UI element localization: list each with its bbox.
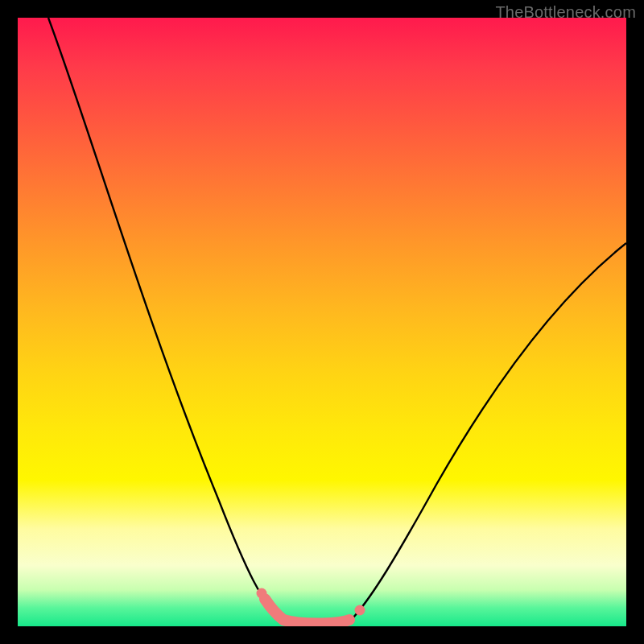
chart-plot-area <box>18 18 626 626</box>
right-marker-dot <box>355 605 365 616</box>
left-marker-dot-top <box>257 588 267 599</box>
bottleneck-curve <box>18 18 626 626</box>
curve-right <box>353 243 626 618</box>
curve-left <box>48 18 279 618</box>
bottom-worm <box>283 620 349 624</box>
chart-frame: TheBottleneck.com <box>0 0 644 644</box>
left-marker-cluster <box>265 599 283 620</box>
watermark-text: TheBottleneck.com <box>495 3 636 22</box>
